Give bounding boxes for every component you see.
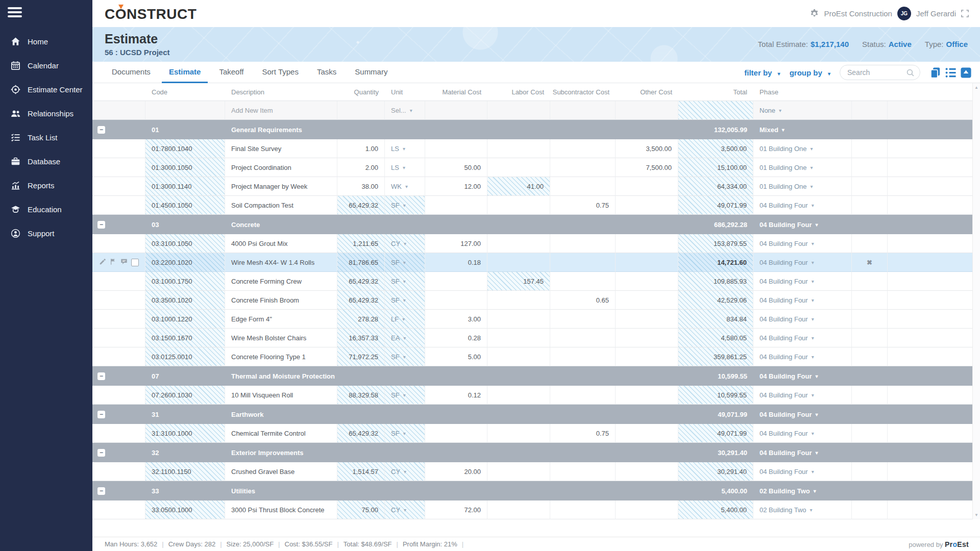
tab-tasks[interactable]: Tasks	[310, 62, 344, 83]
user-name[interactable]: Jeff Gerardi	[916, 9, 956, 18]
item-unit-dropdown[interactable]: CY▾	[385, 462, 425, 481]
item-unit-dropdown[interactable]: CY▾	[385, 234, 425, 253]
item-quantity[interactable]: 38.00	[337, 177, 385, 196]
group-phase-dropdown[interactable]: 04 Building Four▾	[753, 215, 852, 234]
item-quantity[interactable]: 65,429.32	[337, 196, 385, 215]
item-quantity[interactable]: 16,357.33	[337, 329, 385, 347]
item-quantity[interactable]: 278.28	[337, 310, 385, 329]
item-material-cost[interactable]: 127.00	[425, 234, 487, 253]
item-description[interactable]: Soil Compaction Test	[225, 196, 337, 215]
tab-estimate[interactable]: Estimate	[162, 62, 208, 83]
item-quantity[interactable]: 65,429.32	[337, 424, 385, 443]
column-header[interactable]: Subcontractor Cost	[550, 83, 616, 101]
item-material-cost[interactable]: 0.12	[425, 386, 487, 405]
search-input[interactable]	[847, 66, 903, 79]
item-material-cost[interactable]	[425, 272, 487, 291]
item-phase-dropdown[interactable]: 02 Building Two▾	[753, 500, 852, 519]
item-unit-dropdown[interactable]: SF▾	[385, 253, 425, 272]
item-labor-cost[interactable]	[487, 310, 550, 329]
item-other-cost[interactable]	[616, 196, 678, 215]
table-row[interactable]: 01.3000.1050 Project Coordination 2.00 L…	[92, 158, 980, 177]
sidebar-item-support[interactable]: Support	[0, 221, 92, 245]
item-description[interactable]: Crushed Gravel Base	[225, 462, 337, 481]
group-row-33[interactable]: − 33 Utilities 5,400.00 02 Building Two▾	[92, 481, 980, 500]
tab-documents[interactable]: Documents	[105, 62, 158, 83]
column-header[interactable]: Labor Cost	[487, 83, 550, 101]
new-item-code[interactable]	[145, 101, 225, 120]
item-labor-cost[interactable]	[487, 158, 550, 177]
item-subcontractor-cost[interactable]	[550, 310, 616, 329]
item-subcontractor-cost[interactable]	[550, 272, 616, 291]
table-row[interactable]: 03.3100.1050 4000 Psi Grout Mix 1,211.65…	[92, 234, 980, 253]
item-subcontractor-cost[interactable]	[550, 347, 616, 366]
row-checkbox[interactable]	[131, 259, 139, 266]
table-row[interactable]: 01.3000.1140 Project Manager by Week 38.…	[92, 177, 980, 196]
item-labor-cost[interactable]	[487, 291, 550, 310]
item-description[interactable]: 4000 Psi Grout Mix	[225, 234, 337, 253]
gear-icon[interactable]	[810, 9, 819, 18]
item-unit-dropdown[interactable]: LS▾	[385, 139, 425, 158]
item-code[interactable]: 03.1500.1670	[145, 329, 225, 347]
item-phase-dropdown[interactable]: 04 Building Four▾	[753, 310, 852, 329]
item-material-cost[interactable]	[425, 424, 487, 443]
item-unit-dropdown[interactable]: LF▾	[385, 310, 425, 329]
item-phase-dropdown[interactable]: 01 Building One▾	[753, 139, 852, 158]
item-labor-cost[interactable]	[487, 424, 550, 443]
item-labor-cost[interactable]	[487, 347, 550, 366]
table-row[interactable]: 03.0125.0010 Concrete Flooring Type 1 71…	[92, 347, 980, 366]
new-item-quantity[interactable]	[337, 101, 385, 120]
item-phase-dropdown[interactable]: 04 Building Four▾	[753, 424, 852, 443]
item-unit-dropdown[interactable]: SF▾	[385, 347, 425, 366]
group-row-01[interactable]: − 01 General Requirements 132,005.99 Mix…	[92, 120, 980, 139]
table-row[interactable]: 03.1000.1750 Concrete Forming Crew 65,42…	[92, 272, 980, 291]
fullscreen-icon[interactable]	[961, 10, 969, 17]
group-phase-dropdown[interactable]: 02 Building Two▾	[753, 481, 852, 500]
item-material-cost[interactable]: 3.00	[425, 310, 487, 329]
item-subcontractor-cost[interactable]	[550, 500, 616, 519]
item-code[interactable]: 32.1100.1150	[145, 462, 225, 481]
new-item-description[interactable]: Add New Item	[225, 101, 337, 120]
item-code[interactable]: 07.2600.1030	[145, 386, 225, 405]
item-code[interactable]: 01.3000.1140	[145, 177, 225, 196]
item-phase-dropdown[interactable]: 01 Building One▾	[753, 177, 852, 196]
group-by-dropdown[interactable]: group by ▾	[790, 68, 830, 77]
item-code[interactable]: 31.3100.1000	[145, 424, 225, 443]
group-row-31[interactable]: − 31 Earthwork 49,071.99 04 Building Fou…	[92, 405, 980, 424]
collapse-group-icon[interactable]: −	[97, 411, 105, 418]
item-quantity[interactable]: 81,786.65	[337, 253, 385, 272]
item-phase-dropdown[interactable]: 04 Building Four▾	[753, 462, 852, 481]
item-subcontractor-cost[interactable]: 0.75	[550, 424, 616, 443]
item-material-cost[interactable]: 12.00	[425, 177, 487, 196]
item-phase-dropdown[interactable]: 04 Building Four▾	[753, 253, 852, 272]
collapse-group-icon[interactable]: −	[97, 487, 105, 495]
item-other-cost[interactable]	[616, 500, 678, 519]
item-description[interactable]: Concrete Flooring Type 1	[225, 347, 337, 366]
flag-icon[interactable]	[110, 258, 117, 267]
item-material-cost[interactable]: 72.00	[425, 500, 487, 519]
item-code[interactable]: 01.3000.1050	[145, 158, 225, 177]
item-description[interactable]: Project Coordination	[225, 158, 337, 177]
item-subcontractor-cost[interactable]	[550, 462, 616, 481]
item-quantity[interactable]: 2.00	[337, 158, 385, 177]
collapse-group-icon[interactable]: −	[97, 221, 105, 229]
sidebar-item-database[interactable]: Database	[0, 149, 92, 173]
item-material-cost[interactable]: 20.00	[425, 462, 487, 481]
item-code[interactable]: 03.1000.1750	[145, 272, 225, 291]
item-other-cost[interactable]	[616, 347, 678, 366]
group-phase-dropdown[interactable]: 04 Building Four▾	[753, 405, 852, 424]
item-description[interactable]: Wire Mesh 4X4- W 1.4 Rolls	[225, 253, 337, 272]
avatar[interactable]: JG	[897, 7, 911, 20]
collapse-all-icon[interactable]	[960, 67, 972, 79]
copy-estimate-icon[interactable]	[929, 67, 941, 79]
item-unit-dropdown[interactable]: SF▾	[385, 272, 425, 291]
column-header[interactable]: Unit	[385, 83, 425, 101]
item-description[interactable]: Project Manager by Week	[225, 177, 337, 196]
item-material-cost[interactable]: 0.18	[425, 253, 487, 272]
item-material-cost[interactable]: 0.28	[425, 329, 487, 347]
item-subcontractor-cost[interactable]	[550, 253, 616, 272]
table-row[interactable]: 32.1100.1150 Crushed Gravel Base 1,514.5…	[92, 462, 980, 481]
sidebar-item-estimate-center[interactable]: Estimate Center	[0, 78, 92, 102]
item-description[interactable]: Concrete Finish Broom	[225, 291, 337, 310]
table-row[interactable]: 03.1000.1220 Edge Form 4" 278.28 LF▾ 3.0…	[92, 310, 980, 329]
column-header[interactable]: Material Cost	[425, 83, 487, 101]
